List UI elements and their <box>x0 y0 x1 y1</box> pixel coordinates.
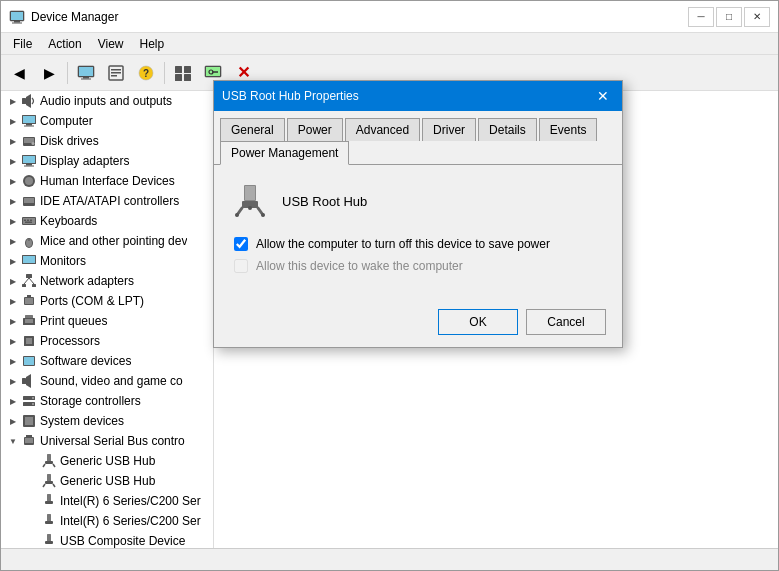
toolbar-back[interactable]: ◀ <box>5 59 33 87</box>
tree-item-software[interactable]: ▶ Software devices <box>1 351 213 371</box>
expand-icon: ▶ <box>5 313 21 329</box>
menu-file[interactable]: File <box>5 35 40 53</box>
keyboard-icon <box>21 213 37 229</box>
svg-rect-64 <box>22 378 26 384</box>
window-title: Device Manager <box>31 10 688 24</box>
disk-icon <box>21 133 37 149</box>
svg-point-102 <box>235 213 239 217</box>
minimize-button[interactable]: ─ <box>688 7 714 27</box>
tree-item-usb[interactable]: ▼ Universal Serial Bus contro <box>1 431 213 451</box>
svg-rect-73 <box>26 435 32 437</box>
mice-icon <box>21 233 37 249</box>
expand-icon: ▶ <box>5 333 21 349</box>
expand-icon: ▶ <box>5 213 21 229</box>
toolbar-show-hidden[interactable] <box>169 59 197 87</box>
toolbar-properties[interactable] <box>102 59 130 87</box>
tree-item-display[interactable]: ▶ Display adapters <box>1 151 213 171</box>
usb-icon <box>21 433 37 449</box>
tree-item-composite[interactable]: ▶ USB Composite Device <box>1 531 213 548</box>
tree-item-monitors[interactable]: ▶ Monitors <box>1 251 213 271</box>
tree-label-intel-1: Intel(R) 6 Series/C200 Ser <box>60 494 201 508</box>
svg-rect-59 <box>25 315 33 318</box>
tree-item-hid[interactable]: ▶ Human Interface Devices <box>1 171 213 191</box>
svg-rect-85 <box>47 514 51 521</box>
dialog-close-button[interactable]: ✕ <box>592 85 614 107</box>
svg-rect-75 <box>47 454 51 461</box>
tree-item-ide[interactable]: ▶ IDE ATA/ATAPI controllers <box>1 191 213 211</box>
menu-help[interactable]: Help <box>132 35 173 53</box>
tree-label-generic-1: Generic USB Hub <box>60 454 155 468</box>
tree-item-mice[interactable]: ▶ Mice and other pointing dev <box>1 231 213 251</box>
tree-label-ide: IDE ATA/ATAPI controllers <box>40 194 179 208</box>
tree-item-sound[interactable]: ▶ Sound, video and game co <box>1 371 213 391</box>
tab-advanced[interactable]: Advanced <box>345 118 420 141</box>
svg-rect-55 <box>25 298 33 304</box>
tree-item-generic-hub-1[interactable]: ▶ Generic USB Hub <box>1 451 213 471</box>
tab-power-management[interactable]: Power Management <box>220 141 349 165</box>
tab-driver[interactable]: Driver <box>422 118 476 141</box>
svg-marker-22 <box>26 94 31 108</box>
tree-label-hid: Human Interface Devices <box>40 174 175 188</box>
close-button[interactable]: ✕ <box>744 7 770 27</box>
tree-item-generic-hub-2[interactable]: ▶ Generic USB Hub <box>1 471 213 491</box>
wake-computer-checkbox[interactable] <box>234 259 248 273</box>
tree-item-system[interactable]: ▶ System devices <box>1 411 213 431</box>
menu-action[interactable]: Action <box>40 35 89 53</box>
tree-label-composite: USB Composite Device <box>60 534 185 548</box>
tree-item-disk[interactable]: ▶ Disk drives <box>1 131 213 151</box>
tree-item-storage[interactable]: ▶ Storage controllers <box>1 391 213 411</box>
device-icon <box>230 181 270 221</box>
network-icon <box>21 273 37 289</box>
svg-text:?: ? <box>143 68 149 79</box>
tree-item-processors[interactable]: ▶ Processors <box>1 331 213 351</box>
power-save-checkbox[interactable] <box>234 237 248 251</box>
tree-item-print[interactable]: ▶ Print queues <box>1 311 213 331</box>
svg-line-82 <box>53 484 55 487</box>
tree-item-intel-2[interactable]: ▶ Intel(R) 6 Series/C200 Ser <box>1 511 213 531</box>
app-icon <box>9 9 25 25</box>
menu-view[interactable]: View <box>90 35 132 53</box>
tab-details[interactable]: Details <box>478 118 537 141</box>
tree-item-audio[interactable]: ▶ Audio inputs and outputs <box>1 91 213 111</box>
maximize-button[interactable]: □ <box>716 7 742 27</box>
svg-rect-33 <box>24 166 34 167</box>
ok-button[interactable]: OK <box>438 309 518 335</box>
tree-item-intel-1[interactable]: ▶ Intel(R) 6 Series/C200 Ser <box>1 491 213 511</box>
tree-item-computer[interactable]: ▶ Computer <box>1 111 213 131</box>
svg-line-53 <box>29 278 34 284</box>
tree-item-network[interactable]: ▶ Network adapters <box>1 271 213 291</box>
svg-rect-51 <box>32 284 36 287</box>
svg-rect-76 <box>45 461 53 464</box>
svg-point-104 <box>248 206 252 210</box>
tab-general[interactable]: General <box>220 118 285 141</box>
svg-rect-6 <box>83 77 89 79</box>
status-bar <box>1 548 778 570</box>
window-controls: ─ □ ✕ <box>688 7 770 27</box>
svg-rect-79 <box>47 474 51 481</box>
svg-marker-65 <box>26 374 31 388</box>
tree-label-ports: Ports (COM & LPT) <box>40 294 144 308</box>
tree-item-ports[interactable]: ▶ Ports (COM & LPT) <box>1 291 213 311</box>
toolbar-computer[interactable] <box>72 59 100 87</box>
svg-point-68 <box>32 397 34 399</box>
toolbar-help[interactable]: ? <box>132 59 160 87</box>
tree-label-print: Print queues <box>40 314 107 328</box>
tab-power[interactable]: Power <box>287 118 343 141</box>
ide-icon <box>21 193 37 209</box>
expand-icon: ▶ <box>5 133 21 149</box>
svg-rect-14 <box>175 66 182 73</box>
svg-rect-17 <box>184 74 191 81</box>
expand-icon: ▶ <box>5 413 21 429</box>
svg-rect-9 <box>111 69 121 71</box>
expand-icon: ▶ <box>5 293 21 309</box>
cancel-button[interactable]: Cancel <box>526 309 606 335</box>
tree-label-network: Network adapters <box>40 274 134 288</box>
wake-computer-label: Allow this device to wake the computer <box>256 259 463 273</box>
toolbar-forward[interactable]: ▶ <box>35 59 63 87</box>
toolbar-sep-1 <box>67 62 68 84</box>
tab-events[interactable]: Events <box>539 118 598 141</box>
tree-item-keyboard[interactable]: ▶ Keyboards <box>1 211 213 231</box>
system-icon <box>21 413 37 429</box>
svg-rect-21 <box>22 98 26 104</box>
svg-rect-98 <box>245 186 255 200</box>
